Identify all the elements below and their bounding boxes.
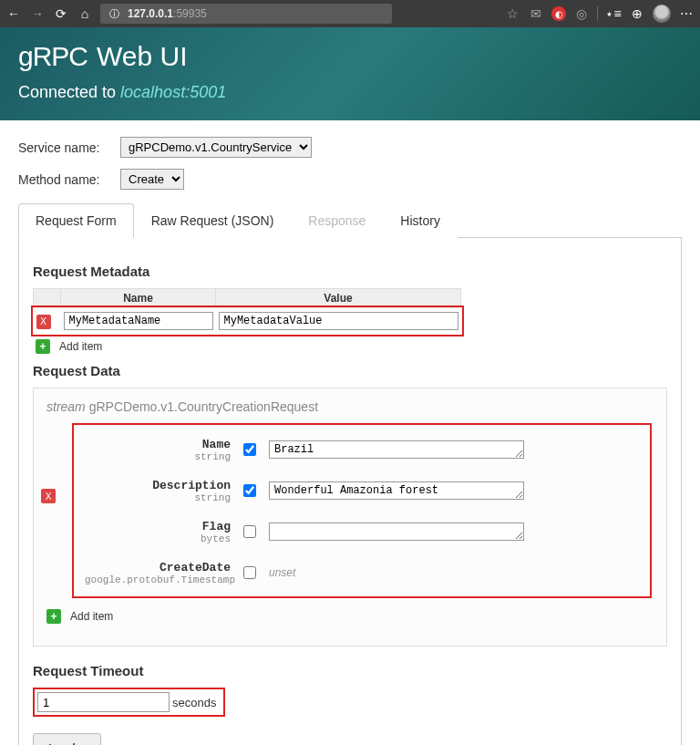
col-name: Name [61,289,216,308]
field-type-label: google.protobuf.Timestamp [85,574,231,585]
delete-metadata-button[interactable]: X [36,315,51,329]
add-metadata-button[interactable]: + [36,339,50,354]
blocker-icon[interactable]: ◐ [551,6,566,21]
timeout-title: Request Timeout [33,663,667,678]
invoke-button[interactable]: Invoke [33,733,101,745]
field-type-label: string [85,451,231,462]
stream-type: gRPCDemo.v1.CountryCreationRequest [89,399,318,414]
request-item: X Name string Description string [74,425,650,596]
home-icon[interactable]: ⌂ [77,5,93,22]
delete-item-button[interactable]: X [41,489,56,503]
field-description-label: Description [152,479,231,492]
field-flag-checkbox[interactable] [243,525,256,538]
field-name-label: Name [202,438,231,451]
app-header: gRPC Web UI Connected to localhost:5001 [0,27,700,120]
collections-icon[interactable]: ⊕ [629,5,645,22]
tab-history[interactable]: History [383,203,458,238]
request-data-box: stream gRPCDemo.v1.CountryCreationReques… [33,388,667,647]
more-icon[interactable]: ⋯ [678,5,695,22]
star-icon[interactable]: ☆ [504,5,520,22]
metadata-title: Request Metadata [33,264,667,279]
metadata-table: Name Value X [33,288,461,334]
timeout-field: seconds [33,688,225,717]
divider [597,6,598,21]
target-icon[interactable]: ◎ [573,5,590,22]
refresh-icon[interactable]: ⟳ [53,5,69,22]
field-type-label: bytes [85,533,231,544]
app-title: Web UI [97,41,187,72]
tab-raw-request[interactable]: Raw Request (JSON) [134,203,292,238]
method-name-select[interactable]: Create [120,169,184,190]
connected-label: Connected to [18,83,116,101]
field-createdate-checkbox[interactable] [243,566,256,579]
timeout-input[interactable] [37,692,170,712]
field-name-checkbox[interactable] [243,443,256,456]
field-description-input[interactable] [269,481,524,500]
favorites-icon[interactable]: ⋆≡ [605,5,622,22]
field-type-label: string [85,492,231,503]
field-description-checkbox[interactable] [243,484,256,497]
field-flag-label: Flag [202,520,231,533]
metadata-value-input[interactable] [219,312,458,330]
col-value: Value [216,289,461,308]
tab-request-form[interactable]: Request Form [18,203,134,238]
info-icon[interactable]: ⓘ [106,5,122,22]
service-name-label: Service name: [18,140,109,155]
field-name-input[interactable] [269,440,524,459]
stream-keyword: stream [46,399,86,414]
url-text: 127.0.0.1:59935 [128,7,207,20]
grpc-logo: gRPC [18,41,88,72]
metadata-name-input[interactable] [64,312,213,330]
add-item-button[interactable]: + [46,609,61,624]
connected-host: localhost:5001 [120,83,226,101]
mail-icon[interactable]: ✉ [528,5,544,22]
forward-icon: → [29,5,46,22]
timeout-unit: seconds [170,696,221,709]
method-name-label: Method name: [18,172,109,187]
address-bar[interactable]: ⓘ 127.0.0.1:59935 [100,4,392,24]
add-metadata-label: Add item [59,340,102,353]
field-createdate-unset: unset [269,566,295,579]
service-name-select[interactable]: gRPCDemo.v1.CountryService [120,137,312,158]
field-createdate-label: CreateDate [160,561,231,574]
metadata-row: X [34,308,461,335]
profile-avatar[interactable] [653,5,671,23]
data-title: Request Data [33,363,667,378]
back-icon[interactable]: ← [5,5,22,22]
add-item-label: Add item [70,610,113,623]
tab-response: Response [291,203,383,238]
tabs: Request Form Raw Request (JSON) Response… [18,203,682,238]
field-flag-input[interactable] [269,523,524,541]
browser-toolbar: ← → ⟳ ⌂ ⓘ 127.0.0.1:59935 ☆ ✉ ◐ ◎ ⋆≡ ⊕ ⋯ [0,0,700,27]
request-panel: Request Metadata Name Value X + Add item… [18,238,682,745]
